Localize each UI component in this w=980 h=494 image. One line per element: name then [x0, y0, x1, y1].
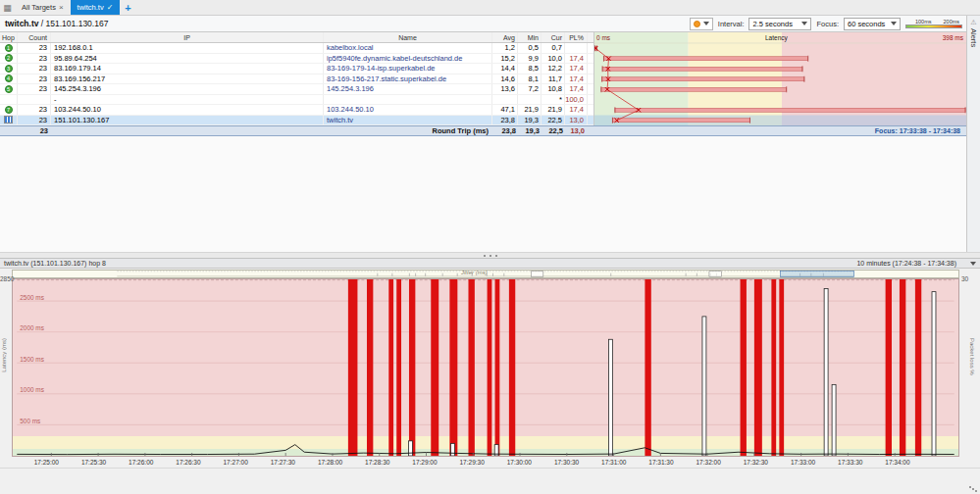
count-cell: 23: [18, 84, 51, 94]
hop-row[interactable]: 723103.244.50.10103.244.50.1047,121,921,…: [0, 105, 593, 116]
ip-cell: 83.169.179.14: [51, 64, 324, 74]
hop-row[interactable]: 23151.101.130.167twitch.tv23,819,322,513…: [0, 116, 593, 126]
x-axis-label: 17:27:30: [271, 459, 295, 466]
target-name: twitch.tv: [5, 19, 38, 28]
chevron-down-icon: [801, 22, 807, 25]
pl-cell: 100,0: [565, 95, 588, 105]
tab-all-targets[interactable]: All Targets ×: [15, 0, 71, 15]
interval-select[interactable]: 2.5 seconds: [748, 18, 811, 30]
target-ip: / 151.101.130.167: [38, 19, 108, 28]
latency-color-scale: [905, 25, 962, 28]
count-cell: [18, 95, 51, 105]
alerts-side-rail[interactable]: ⚠ Alerts: [966, 16, 980, 252]
latency-scale-legend: 100ms 200ms: [905, 19, 962, 28]
toolbar-controls: Interval: 2.5 seconds Focus: 60 seconds …: [690, 18, 962, 30]
min-cell: 8,5: [518, 64, 542, 74]
x-axis-label: 17:31:00: [601, 459, 626, 466]
focus-select[interactable]: 60 seconds: [844, 18, 901, 30]
timeline-graph-area[interactable]: 2500 ms2000 ms1500 ms1000 ms500 ms: [12, 278, 959, 457]
header-pl[interactable]: PL%: [565, 32, 588, 42]
ip-cell: 145.254.3.196: [51, 84, 324, 94]
svg-text:2500 ms: 2500 ms: [20, 294, 44, 301]
x-axis-label: 17:28:30: [365, 459, 389, 466]
focus-value: 60 seconds: [848, 20, 885, 28]
x-axis-label: 17:33:00: [791, 459, 815, 466]
avg-cell: 47,1: [492, 105, 518, 115]
hop-row[interactable]: 123192.168.0.1kabelbox.local1,20,50,7: [0, 43, 593, 54]
pl-cell: 17,4: [565, 54, 588, 64]
timeline-title: twitch.tv (151.101.130.167) hop 8: [4, 260, 106, 267]
packet-loss-axis-title: Packet loss %: [969, 338, 975, 375]
timeline-duration[interactable]: 10 minutes (17:24:38 - 17:34:38): [856, 260, 956, 267]
cur-cell: 12,2: [542, 64, 565, 74]
hop-latency-graph: [593, 32, 966, 125]
hop-number-badge: 5: [5, 85, 13, 93]
svg-text:1500 ms: 1500 ms: [20, 356, 44, 363]
chevron-down-icon[interactable]: [970, 262, 976, 266]
hop-row[interactable]: 42383.169.156.21783-169-156-217.static.s…: [0, 74, 593, 85]
name-cell: 83-169-156-217.static.superkabel.de: [324, 74, 492, 84]
latency-title: Latency: [765, 34, 788, 41]
chevron-down-icon: [703, 22, 709, 25]
upper-panel-empty-area: [0, 136, 966, 252]
x-axis-label: 17:34:00: [885, 459, 909, 466]
chevron-down-icon: [891, 22, 897, 25]
hop-cell: 1: [0, 43, 18, 53]
hop-row[interactable]: -*100,0: [0, 95, 593, 106]
header-hop[interactable]: Hop: [0, 32, 18, 42]
hop-number-badge: 4: [5, 74, 13, 82]
cur-cell: *: [542, 95, 565, 105]
hop-row[interactable]: 22395.89.64.254ip5f5940fe.dynamic.kabel-…: [0, 54, 593, 65]
header-name[interactable]: Name: [324, 32, 492, 42]
apps-grid-icon[interactable]: ▦: [0, 0, 15, 15]
orange-status-dot-icon: [694, 21, 700, 27]
pl-cell: 17,4: [565, 64, 588, 74]
count-cell: 23: [18, 74, 51, 84]
svg-text:2000 ms: 2000 ms: [20, 324, 44, 331]
hop-number-badge: 2: [5, 54, 13, 62]
tab-all-targets-label: All Targets: [22, 3, 56, 12]
ip-cell: 103.244.50.10: [51, 105, 324, 115]
hop-cell: 5: [0, 84, 18, 94]
x-axis-label: 17:33:30: [838, 459, 862, 466]
hop-row[interactable]: 523145.254.3.196145.254.3.19613,67,210,8…: [0, 84, 593, 95]
min-cell: 7,2: [518, 84, 542, 94]
bottom-bar: [0, 468, 980, 494]
resize-grip[interactable]: [969, 486, 977, 492]
x-axis-label: 17:28:00: [318, 459, 342, 466]
pl-cell: 17,4: [565, 105, 588, 115]
x-axis-label: 17:29:00: [412, 459, 437, 466]
header-ip[interactable]: IP: [51, 32, 324, 42]
header-cur[interactable]: Cur: [542, 32, 565, 42]
name-cell: 103.244.50.10: [324, 105, 492, 115]
breadcrumb: twitch.tv / 151.101.130.167: [5, 19, 108, 28]
rt-label: Round Trip (ms): [324, 126, 492, 135]
close-icon[interactable]: ×: [59, 3, 64, 12]
latency-max-label: 398 ms: [943, 34, 963, 41]
x-axis-labels: 17:25:0017:25:3017:26:0017:26:3017:27:00…: [12, 458, 959, 468]
avg-cell: 14,4: [492, 64, 518, 74]
x-axis-label: 17:30:00: [507, 459, 532, 466]
header-min[interactable]: Min: [518, 32, 542, 42]
tab-twitch[interactable]: twitch.tv ✓: [71, 0, 121, 15]
min-cell: 8,1: [518, 74, 542, 84]
x-axis-label: 17:29:30: [459, 459, 484, 466]
name-cell: kabelbox.local: [324, 43, 492, 53]
header-count[interactable]: Count: [18, 32, 51, 42]
rt-count: 23: [18, 126, 51, 135]
header-avg[interactable]: Avg: [492, 32, 518, 42]
alert-status-button[interactable]: [690, 18, 713, 30]
cur-cell: 10,0: [542, 54, 565, 64]
new-tab-button[interactable]: +: [120, 0, 135, 15]
jitter-strip-label: Jitter (ms): [461, 270, 488, 275]
hop-cell: [0, 95, 18, 105]
hop-table-body: 123192.168.0.1kabelbox.local1,20,50,7223…: [0, 43, 593, 125]
ip-cell: 192.168.0.1: [51, 43, 324, 53]
ip-cell: 83.169.156.217: [51, 74, 324, 84]
latency-axis-title: Latency (ms): [1, 338, 7, 372]
x-axis-label: 17:25:30: [81, 459, 106, 466]
panel-splitter[interactable]: [0, 252, 980, 259]
hop-row[interactable]: 32383.169.179.1483-169-179-14-isp.superk…: [0, 64, 593, 74]
cur-cell: 21,9: [542, 105, 565, 115]
tab-bar: ▦ All Targets × twitch.tv ✓ +: [0, 0, 980, 16]
